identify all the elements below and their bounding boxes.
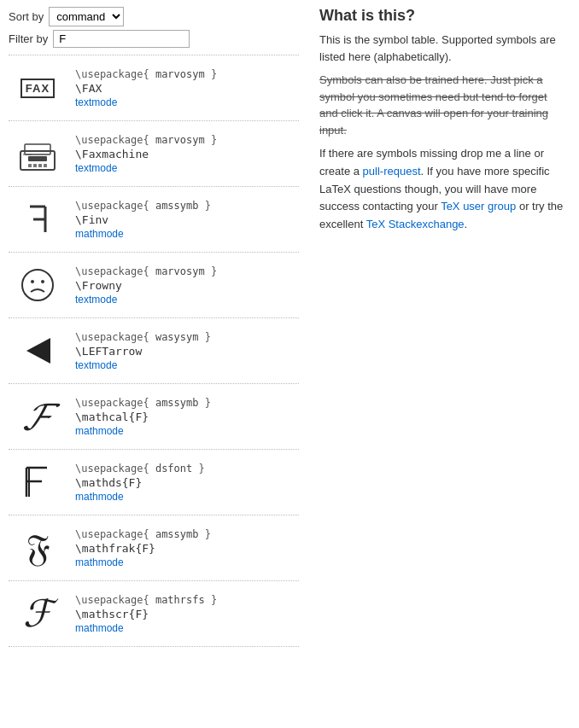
symbol-package-leftarrow: \usepackage{ wasysym } — [75, 331, 211, 343]
symbol-command-faxmachine: \Faxmachine — [75, 148, 217, 160]
symbol-command-mathcal: \mathcal{F} — [75, 411, 211, 423]
symbol-mode-leftarrow: textmode — [75, 359, 211, 371]
symbol-item-mathscr[interactable]: ℱ \usepackage{ mathrsfs } \mathscr{F} ma… — [9, 581, 299, 647]
mathfrak-f-icon: 𝔉 — [26, 527, 50, 570]
symbol-package-finv: \usepackage{ amssymb } — [75, 200, 211, 212]
symbol-icon-fax: FAX — [12, 62, 63, 114]
sort-row: Sort by command package mode — [9, 7, 299, 26]
symbol-package-frowny: \usepackage{ marvosym } — [75, 265, 217, 277]
symbol-icon-leftarrow — [12, 325, 63, 376]
symbol-package-mathcal: \usepackage{ amssymb } — [75, 397, 211, 409]
symbol-mode-frowny: textmode — [75, 294, 217, 306]
symbol-command-mathfrak: \mathfrak{F} — [75, 542, 211, 555]
finv-svg — [16, 198, 59, 241]
symbol-mode-mathscr: mathmode — [75, 622, 217, 634]
symbol-mode-finv: mathmode — [75, 228, 211, 240]
symbol-command-mathscr: \mathscr{F} — [75, 608, 217, 620]
svg-rect-1 — [25, 144, 50, 154]
symbol-item-frowny[interactable]: \usepackage{ marvosym } \Frowny textmode — [9, 253, 299, 318]
svg-rect-4 — [33, 164, 37, 167]
mathds-svg — [16, 461, 59, 504]
symbol-icon-finv — [12, 194, 63, 245]
symbol-info-mathfrak: \usepackage{ amssymb } \mathfrak{F} math… — [75, 528, 211, 568]
pull-request-link[interactable]: pull-request — [363, 165, 421, 178]
symbol-package-mathds: \usepackage{ dsfont } — [75, 463, 205, 475]
faxmachine-svg — [16, 132, 59, 175]
tex-stackexchange-link[interactable]: TeX Stackexchange — [366, 218, 465, 230]
symbol-item-mathfrak[interactable]: 𝔉 \usepackage{ amssymb } \mathfrak{F} ma… — [9, 515, 299, 581]
symbol-package-mathscr: \usepackage{ mathrsfs } — [75, 594, 217, 606]
symbol-command-frowny: \Frowny — [75, 279, 217, 292]
right-panel-desc2: Symbols can also be trained here. Just p… — [319, 72, 567, 138]
symbol-info-fax: \usepackage{ marvosym } \FAX textmode — [75, 68, 217, 108]
sort-label: Sort by — [9, 10, 44, 23]
mathcal-f-icon: 𝓕 — [23, 393, 52, 440]
svg-point-12 — [31, 280, 34, 283]
desc3-final: . — [465, 218, 468, 230]
symbol-list: FAX \usepackage{ marvosym } \FAX textmod… — [9, 55, 299, 647]
controls: Sort by command package mode Filter by — [9, 7, 299, 48]
symbol-package-mathfrak: \usepackage{ amssymb } — [75, 528, 211, 540]
symbol-mode-mathfrak: mathmode — [75, 556, 211, 568]
svg-rect-5 — [38, 164, 42, 167]
symbol-info-finv: \usepackage{ amssymb } \Finv mathmode — [75, 200, 211, 240]
symbol-mode-fax: textmode — [75, 96, 217, 108]
symbol-item-fax[interactable]: FAX \usepackage{ marvosym } \FAX textmod… — [9, 55, 299, 121]
symbol-icon-faxmachine — [12, 128, 63, 179]
page: Sort by command package mode Filter by F… — [0, 0, 579, 728]
right-panel-title: What is this? — [319, 7, 567, 25]
mathscr-f-icon: ℱ — [23, 591, 53, 636]
symbol-info-frowny: \usepackage{ marvosym } \Frowny textmode — [75, 265, 217, 306]
svg-point-13 — [41, 280, 44, 283]
symbol-info-mathds: \usepackage{ dsfont } \mathds{F} mathmod… — [75, 463, 205, 503]
svg-rect-6 — [44, 164, 47, 167]
filter-label: Filter by — [9, 32, 48, 45]
sort-select[interactable]: command package mode — [49, 7, 124, 26]
right-panel: What is this? This is the symbol table. … — [307, 0, 579, 728]
symbol-item-mathds[interactable]: \usepackage{ dsfont } \mathds{F} mathmod… — [9, 450, 299, 515]
symbol-command-fax: \FAX — [75, 82, 217, 95]
symbol-item-finv[interactable]: \usepackage{ amssymb } \Finv mathmode — [9, 187, 299, 253]
symbol-info-mathscr: \usepackage{ mathrsfs } \mathscr{F} math… — [75, 594, 217, 634]
symbol-package-fax: \usepackage{ marvosym } — [75, 68, 217, 80]
symbol-mode-mathds: mathmode — [75, 491, 205, 503]
symbol-item-leftarrow[interactable]: \usepackage{ wasysym } \LEFTarrow textmo… — [9, 318, 299, 384]
symbol-item-faxmachine[interactable]: \usepackage{ marvosym } \Faxmachine text… — [9, 121, 299, 187]
symbol-icon-mathfrak: 𝔉 — [12, 522, 63, 574]
filter-input[interactable] — [53, 30, 190, 48]
symbol-icon-mathcal: 𝓕 — [12, 391, 63, 442]
symbol-icon-frowny — [12, 259, 63, 311]
symbol-info-leftarrow: \usepackage{ wasysym } \LEFTarrow textmo… — [75, 331, 211, 371]
symbol-mode-faxmachine: textmode — [75, 162, 217, 174]
tex-user-group-link[interactable]: TeX user group — [441, 200, 516, 213]
symbol-info-mathcal: \usepackage{ amssymb } \mathcal{F} mathm… — [75, 397, 211, 437]
symbol-icon-mathds — [12, 457, 63, 508]
fax-icon: FAX — [20, 79, 55, 98]
symbol-package-faxmachine: \usepackage{ marvosym } — [75, 134, 217, 146]
filter-row: Filter by — [9, 30, 299, 48]
symbol-icon-mathscr: ℱ — [12, 588, 63, 639]
left-panel: Sort by command package mode Filter by F… — [0, 0, 307, 728]
strikethrough-text: Symbols can also be trained here. Just p… — [319, 73, 548, 137]
svg-marker-14 — [26, 338, 50, 364]
svg-rect-2 — [28, 156, 47, 161]
symbol-command-mathds: \mathds{F} — [75, 476, 205, 489]
symbol-command-leftarrow: \LEFTarrow — [75, 345, 211, 358]
svg-point-11 — [22, 270, 53, 300]
svg-rect-3 — [28, 164, 32, 167]
right-panel-desc3: If there are symbols missing drop me a l… — [319, 145, 567, 234]
frowny-svg — [16, 264, 59, 306]
leftarrow-svg — [16, 329, 59, 372]
symbol-mode-mathcal: mathmode — [75, 425, 211, 437]
symbol-info-faxmachine: \usepackage{ marvosym } \Faxmachine text… — [75, 134, 217, 174]
right-panel-desc1: This is the symbol table. Supported symb… — [319, 32, 567, 65]
symbol-item-mathcal[interactable]: 𝓕 \usepackage{ amssymb } \mathcal{F} mat… — [9, 384, 299, 450]
symbol-command-finv: \Finv — [75, 213, 211, 226]
